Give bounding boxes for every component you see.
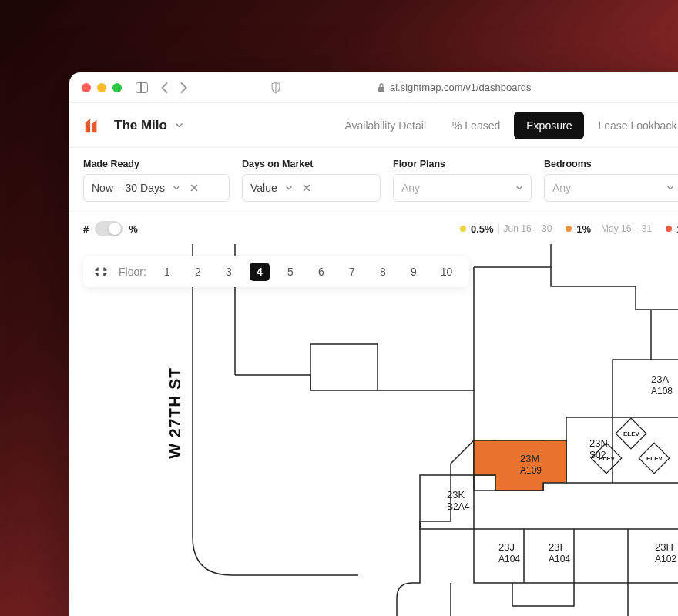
svg-text:A108: A108 <box>651 386 673 397</box>
tab-lease-lookback[interactable]: Lease Lookback <box>586 112 678 139</box>
property-name: The Milo <box>114 118 167 133</box>
minimize-window[interactable] <box>97 83 106 92</box>
chevron-down-icon <box>666 184 674 192</box>
clear-filter-icon[interactable] <box>190 183 199 192</box>
select-value: Now – 30 Days <box>92 182 165 194</box>
filter-days-on-market: Days on Market Value <box>242 159 381 202</box>
svg-text:ELEV: ELEV <box>646 455 663 462</box>
browser-titlebar: ai.sightmap.com/v1/dashboards <box>69 72 678 103</box>
floor-3[interactable]: 3 <box>219 263 239 281</box>
filter-label: Bedrooms <box>544 159 678 169</box>
app-window: ai.sightmap.com/v1/dashboards The Milo A… <box>69 72 678 616</box>
hash-label: # <box>83 223 89 235</box>
filter-made-ready: Made Ready Now – 30 Days <box>83 159 230 202</box>
sidebar-toggle-icon[interactable] <box>136 82 148 93</box>
floor-4[interactable]: 4 <box>250 263 270 281</box>
svg-text:23J: 23J <box>498 541 515 553</box>
floor-2[interactable]: 2 <box>188 263 208 281</box>
nav-arrows <box>160 82 188 93</box>
lock-icon <box>378 83 385 92</box>
maximize-window[interactable] <box>112 83 122 92</box>
floor-9[interactable]: 9 <box>404 263 424 281</box>
floor-plan-view: Floor: 1 2 3 4 5 6 7 8 9 10 W 27TH ST <box>69 244 678 616</box>
app-header: The Milo Availability Detail % Leased Ex… <box>69 103 678 148</box>
legend-date: May 16 – 31 <box>601 223 652 234</box>
select-value: Any <box>552 182 571 194</box>
legend-row: # % 0.5% Jun 16 – 30 1% May 16 – 31 1% A <box>69 213 678 244</box>
floor-8[interactable]: 8 <box>373 263 393 281</box>
count-percent-toggle[interactable] <box>95 221 123 236</box>
svg-text:A104: A104 <box>549 554 570 564</box>
privacy-shield-icon[interactable] <box>270 82 282 94</box>
svg-text:B2A4: B2A4 <box>447 501 470 512</box>
address-bar[interactable]: ai.sightmap.com/v1/dashboards <box>378 82 532 93</box>
url-text: ai.sightmap.com/v1/dashboards <box>390 82 532 93</box>
legend-dot-red <box>666 226 672 232</box>
back-icon[interactable] <box>160 82 169 93</box>
legend-item: 1% Apr 16 – 30 <box>666 223 678 235</box>
filter-bar: Made Ready Now – 30 Days Days on Market … <box>69 148 678 213</box>
filter-label: Made Ready <box>83 159 230 169</box>
app-logo-icon[interactable] <box>83 117 100 134</box>
select-value: Any <box>401 182 420 194</box>
property-selector[interactable]: The Milo <box>114 118 183 133</box>
filter-floor-plans: Floor Plans Any <box>393 159 532 202</box>
legend-dot-yellow <box>460 226 466 232</box>
svg-text:23K: 23K <box>447 489 465 500</box>
forward-icon[interactable] <box>180 82 188 93</box>
svg-text:ELEV: ELEV <box>599 455 616 462</box>
bedrooms-select[interactable]: Any <box>544 174 678 202</box>
clear-filter-icon[interactable] <box>302 183 311 192</box>
svg-rect-0 <box>378 87 384 92</box>
svg-text:23H: 23H <box>655 541 673 553</box>
close-window[interactable] <box>82 83 91 92</box>
legend-dot-orange <box>566 226 572 232</box>
days-on-market-select[interactable]: Value <box>242 174 381 202</box>
svg-text:23M: 23M <box>520 453 539 464</box>
svg-text:23A: 23A <box>651 373 669 385</box>
select-value: Value <box>250 182 277 194</box>
chevron-down-icon <box>173 184 180 192</box>
floor-plan-svg[interactable]: 23B A115 23A A108 23N S02 23M A109 23K B… <box>69 244 678 616</box>
legend-date: Jun 16 – 30 <box>504 223 552 234</box>
floor-7[interactable]: 7 <box>342 263 362 281</box>
traffic-lights <box>82 83 122 92</box>
percent-label: % <box>129 223 138 235</box>
made-ready-select[interactable]: Now – 30 Days <box>83 174 230 202</box>
legend-value: 1% <box>576 223 591 235</box>
svg-text:A104: A104 <box>498 554 520 564</box>
legend-value: 0.5% <box>471 223 494 235</box>
svg-text:A102: A102 <box>655 554 676 564</box>
svg-text:23N: 23N <box>589 437 608 449</box>
floor-plans-select[interactable]: Any <box>393 174 532 202</box>
floor-5[interactable]: 5 <box>280 263 300 281</box>
svg-text:ELEV: ELEV <box>623 430 640 437</box>
chevron-down-icon <box>285 184 293 192</box>
chevron-down-icon <box>515 184 523 192</box>
chevron-down-icon <box>175 121 183 129</box>
display-toggle: # % <box>83 221 138 236</box>
floor-1[interactable]: 1 <box>157 263 177 281</box>
filter-bedrooms: Bedrooms Any <box>544 159 678 202</box>
svg-text:23I: 23I <box>549 541 562 553</box>
tab-percent-leased[interactable]: % Leased <box>440 112 512 139</box>
filter-label: Days on Market <box>242 159 381 169</box>
legend-item: 0.5% Jun 16 – 30 <box>460 223 552 235</box>
tab-exposure[interactable]: Exposure <box>514 112 584 139</box>
floor-selector: Floor: 1 2 3 4 5 6 7 8 9 10 <box>83 256 469 287</box>
floor-label: Floor: <box>119 266 146 278</box>
tab-availability-detail[interactable]: Availability Detail <box>332 112 438 139</box>
exposure-legend: 0.5% Jun 16 – 30 1% May 16 – 31 1% Apr 1… <box>460 223 678 235</box>
nav-tabs: Availability Detail % Leased Exposure Le… <box>332 112 678 139</box>
floor-10[interactable]: 10 <box>435 263 459 281</box>
svg-text:A109: A109 <box>520 465 542 476</box>
legend-item: 1% May 16 – 31 <box>566 223 652 235</box>
collapse-icon[interactable] <box>94 265 108 279</box>
filter-label: Floor Plans <box>393 159 532 169</box>
floor-6[interactable]: 6 <box>311 263 331 281</box>
